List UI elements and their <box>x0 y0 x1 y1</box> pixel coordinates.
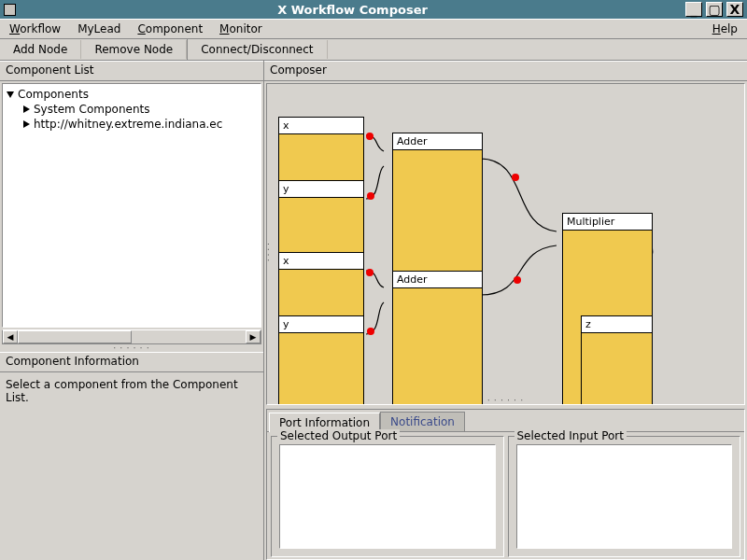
component-tree[interactable]: Components System Components http://whit… <box>2 83 261 328</box>
tree-root[interactable]: Components <box>7 87 257 102</box>
selected-output-port-box: Selected Output Port <box>271 436 504 557</box>
node-input-y2[interactable]: y Set Value <box>278 315 364 405</box>
scroll-right-icon[interactable]: ▶ <box>246 330 261 343</box>
groupbox-legend: Selected Input Port <box>514 429 627 442</box>
twisty-closed-icon[interactable] <box>23 105 30 113</box>
connect-disconnect-button[interactable]: Connect/Disconnect <box>188 40 327 59</box>
remove-node-button[interactable]: Remove Node <box>81 40 187 59</box>
svg-point-0 <box>366 133 374 140</box>
tree-item[interactable]: System Components <box>7 102 257 117</box>
selected-input-port-content <box>516 444 733 549</box>
bottom-tabs: Port Information Notification <box>267 410 744 431</box>
port-in-icon[interactable] <box>395 405 402 406</box>
scroll-left-icon[interactable]: ◀ <box>3 330 18 343</box>
menubar: Workflow MyLead Component Monitor Help <box>0 19 747 39</box>
menu-monitor[interactable]: Monitor <box>216 21 266 36</box>
node-title: y <box>279 316 363 333</box>
maximize-button[interactable]: ▢ <box>706 2 723 17</box>
node-title: x <box>279 253 363 270</box>
system-menu-icon[interactable] <box>4 4 16 16</box>
split-handle-v2[interactable]: · · · · <box>266 243 273 261</box>
titlebar: X Workflow Composer _ ▢ X <box>0 0 747 19</box>
tree-item-label: System Components <box>34 102 149 117</box>
svg-point-4 <box>512 174 519 181</box>
split-handle-h[interactable]: · · · · · · <box>0 344 263 352</box>
component-info-text: Select a component from the Component Li… <box>0 372 263 560</box>
tree-item[interactable]: http://whitney.extreme.indiana.ec <box>7 117 257 132</box>
node-title: y <box>279 181 363 198</box>
component-list-header: Component List <box>0 61 263 81</box>
add-node-button[interactable]: Add Node <box>0 40 81 59</box>
node-title: Adder <box>393 133 482 150</box>
component-info-header: Component Information <box>0 352 263 372</box>
svg-point-5 <box>514 276 521 284</box>
tab-notification[interactable]: Notification <box>380 412 465 431</box>
selected-input-port-box: Selected Input Port <box>508 436 741 557</box>
menu-help[interactable]: Help <box>709 21 741 36</box>
twisty-open-icon[interactable] <box>7 91 14 98</box>
tree-root-label: Components <box>18 87 89 102</box>
twisty-closed-icon[interactable] <box>23 120 30 128</box>
menu-workflow[interactable]: Workflow <box>6 21 64 36</box>
toolbar: Add Node Remove Node Connect/Disconnect <box>0 39 747 61</box>
groupbox-legend: Selected Output Port <box>277 429 400 442</box>
menu-mylead[interactable]: MyLead <box>74 21 124 36</box>
composer-canvas[interactable]: x Set Value y Set Value x Set Value y Se… <box>266 83 745 405</box>
close-button[interactable]: X <box>726 2 743 17</box>
selected-output-port-content <box>279 444 496 549</box>
node-title: z <box>582 316 652 333</box>
composer-header: Composer <box>264 61 747 81</box>
node-title: x <box>279 118 363 134</box>
node-title: Adder <box>393 272 482 288</box>
menu-component[interactable]: Component <box>134 21 206 36</box>
node-title: Multiplier <box>563 214 652 231</box>
svg-point-3 <box>367 328 374 335</box>
tree-item-label: http://whitney.extreme.indiana.ec <box>34 117 222 132</box>
tree-h-scrollbar[interactable]: ◀ ▶ <box>2 329 261 344</box>
node-output-z[interactable]: z <box>581 315 653 405</box>
window-title: X Workflow Composer <box>23 3 682 17</box>
svg-point-1 <box>367 192 374 200</box>
svg-point-2 <box>366 269 374 276</box>
scroll-thumb[interactable] <box>18 330 132 343</box>
minimize-button[interactable]: _ <box>685 2 702 17</box>
node-adder-2[interactable]: Adder <box>392 271 483 405</box>
split-handle-v[interactable]: · · · · · · <box>267 397 744 404</box>
